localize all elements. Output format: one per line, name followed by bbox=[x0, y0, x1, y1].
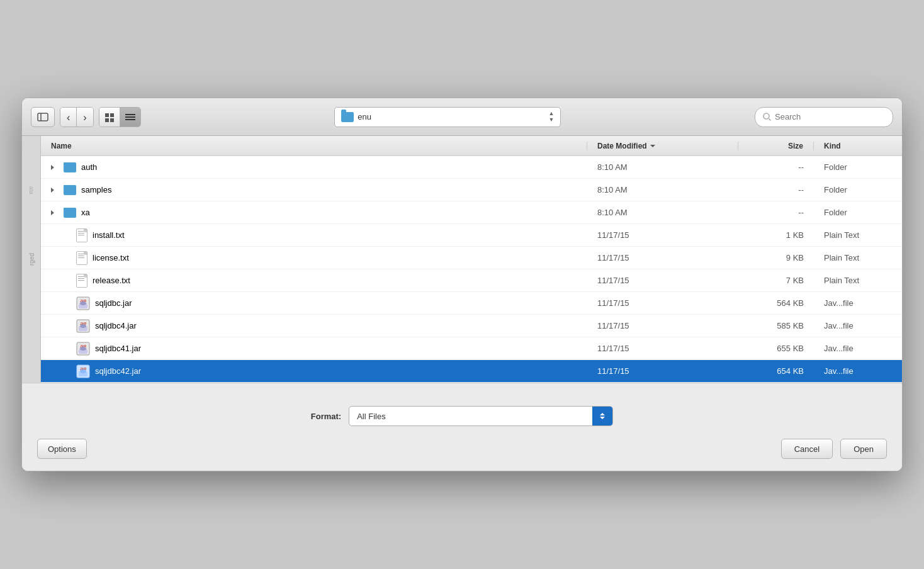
file-size-cell: -- bbox=[738, 185, 814, 194]
file-size-cell: 654 KB bbox=[738, 366, 814, 376]
folder-icon bbox=[64, 208, 76, 218]
format-select-value: All Files bbox=[349, 412, 592, 421]
text-file-icon bbox=[76, 251, 87, 265]
open-button[interactable]: Open bbox=[840, 439, 887, 459]
svg-rect-0 bbox=[38, 113, 48, 121]
main-content: rged ata Name Date Modified Size Kind bbox=[22, 136, 902, 383]
svg-point-9 bbox=[763, 113, 769, 119]
file-date-cell: 11/17/15 bbox=[587, 298, 738, 308]
table-row[interactable]: xa8:10 AM--Folder bbox=[41, 201, 902, 224]
search-icon bbox=[763, 113, 771, 121]
search-bar[interactable] bbox=[755, 107, 893, 127]
table-row[interactable]: JAR sqljdbc41.jar11/17/15655 KBJav...fil… bbox=[41, 337, 902, 360]
toolbar: ‹ › enu bbox=[22, 98, 902, 136]
expand-arrow-icon[interactable] bbox=[46, 210, 59, 216]
file-kind-cell: Jav...file bbox=[814, 298, 902, 308]
file-date-cell: 11/17/15 bbox=[587, 321, 738, 330]
svg-point-26 bbox=[80, 347, 86, 351]
search-input[interactable] bbox=[775, 112, 876, 121]
file-name-cell: xa bbox=[41, 208, 587, 218]
sort-icon bbox=[650, 143, 656, 149]
svg-rect-3 bbox=[110, 113, 114, 117]
jar-file-icon: JAR bbox=[76, 342, 90, 356]
file-name-text: sqljdbc41.jar bbox=[95, 344, 141, 353]
format-label: Format: bbox=[311, 412, 341, 421]
file-size-cell: -- bbox=[738, 162, 814, 172]
file-name-cell: samples bbox=[41, 185, 587, 195]
file-kind-cell: Jav...file bbox=[814, 321, 902, 330]
file-date-cell: 11/17/15 bbox=[587, 230, 738, 240]
file-name-cell: JAR sqljdbc42.jar bbox=[41, 364, 587, 378]
file-name-text: sqljdbc.jar bbox=[95, 298, 132, 308]
table-row[interactable]: samples8:10 AM--Folder bbox=[41, 179, 902, 201]
svg-rect-5 bbox=[110, 118, 114, 122]
bottom-area: Format: All Files Options Cancel Open bbox=[22, 383, 902, 471]
svg-marker-11 bbox=[650, 145, 655, 147]
svg-rect-4 bbox=[105, 118, 109, 122]
svg-marker-32 bbox=[600, 417, 605, 419]
file-date-cell: 8:10 AM bbox=[587, 208, 738, 217]
view-group bbox=[99, 107, 141, 127]
svg-point-22 bbox=[80, 324, 86, 328]
file-size-cell: 655 KB bbox=[738, 344, 814, 353]
jar-file-icon: JAR bbox=[76, 319, 90, 333]
table-row[interactable]: JAR sqljdbc4.jar11/17/15585 KBJav...file bbox=[41, 315, 902, 337]
table-row[interactable]: install.txt11/17/151 KBPlain Text bbox=[41, 224, 902, 247]
format-select-button[interactable] bbox=[592, 406, 612, 426]
file-name-cell: auth bbox=[41, 162, 587, 172]
table-row[interactable]: JAR sqljdbc.jar11/17/15564 KBJav...file bbox=[41, 292, 902, 315]
action-row: Options Cancel Open bbox=[35, 439, 889, 459]
file-date-cell: 8:10 AM bbox=[587, 162, 738, 172]
expand-arrow-icon[interactable] bbox=[46, 164, 59, 171]
table-row[interactable]: release.txt11/17/157 KBPlain Text bbox=[41, 269, 902, 292]
text-file-icon bbox=[76, 228, 87, 242]
file-name-text: install.txt bbox=[93, 230, 125, 240]
table-row[interactable]: auth8:10 AM--Folder bbox=[41, 156, 902, 179]
sidebar-label: rged bbox=[28, 253, 35, 266]
file-name-cell: JAR sqljdbc41.jar bbox=[41, 342, 587, 356]
col-header-kind: Kind bbox=[814, 142, 902, 150]
sidebar-toggle-button[interactable] bbox=[31, 107, 55, 127]
svg-marker-13 bbox=[51, 188, 54, 193]
format-select-wrapper[interactable]: All Files bbox=[349, 406, 613, 426]
file-size-cell: 564 KB bbox=[738, 298, 814, 308]
options-button[interactable]: Options bbox=[37, 439, 87, 459]
col-header-name: Name bbox=[41, 142, 587, 150]
table-row[interactable]: JAR sqljdbc42.jar11/17/15654 KBJav...fil… bbox=[41, 360, 902, 383]
file-name-cell: JAR sqljdbc.jar bbox=[41, 296, 587, 310]
table-row[interactable]: license.txt11/17/159 KBPlain Text bbox=[41, 247, 902, 269]
file-list: Name Date Modified Size Kind auth8:10 AM… bbox=[41, 136, 902, 383]
file-size-cell: -- bbox=[738, 208, 814, 217]
file-name-cell: install.txt bbox=[41, 228, 587, 242]
file-name-text: sqljdbc4.jar bbox=[95, 321, 137, 330]
svg-rect-2 bbox=[105, 113, 109, 117]
back-button[interactable]: ‹ bbox=[60, 108, 77, 127]
cancel-button[interactable]: Cancel bbox=[781, 439, 833, 459]
action-buttons: Cancel Open bbox=[781, 439, 887, 459]
list-view-button[interactable] bbox=[120, 108, 140, 127]
file-kind-cell: Plain Text bbox=[814, 253, 902, 262]
col-header-size: Size bbox=[738, 142, 814, 150]
content-area: Name Date Modified Size Kind auth8:10 AM… bbox=[41, 136, 902, 383]
grid-view-button[interactable] bbox=[99, 108, 120, 127]
file-name-text: samples bbox=[81, 185, 111, 194]
expand-arrow-icon[interactable] bbox=[46, 187, 59, 193]
location-chevron-icon: ▲ ▼ bbox=[548, 111, 554, 123]
jar-file-icon: JAR bbox=[76, 296, 90, 310]
file-date-cell: 11/17/15 bbox=[587, 366, 738, 376]
file-name-text: sqljdbc42.jar bbox=[95, 366, 141, 376]
file-date-cell: 11/17/15 bbox=[587, 276, 738, 285]
file-size-cell: 9 KB bbox=[738, 253, 814, 262]
forward-button[interactable]: › bbox=[77, 108, 93, 127]
svg-marker-31 bbox=[600, 413, 605, 415]
format-chevron-icon bbox=[599, 412, 606, 420]
file-date-cell: 8:10 AM bbox=[587, 185, 738, 194]
svg-point-30 bbox=[80, 369, 86, 373]
file-kind-cell: Jav...file bbox=[814, 366, 902, 376]
svg-marker-14 bbox=[51, 210, 54, 215]
file-name-cell: JAR sqljdbc4.jar bbox=[41, 319, 587, 333]
folder-icon bbox=[64, 162, 76, 172]
file-name-cell: release.txt bbox=[41, 274, 587, 288]
file-name-text: license.txt bbox=[93, 253, 129, 262]
location-bar[interactable]: enu ▲ ▼ bbox=[334, 107, 561, 127]
